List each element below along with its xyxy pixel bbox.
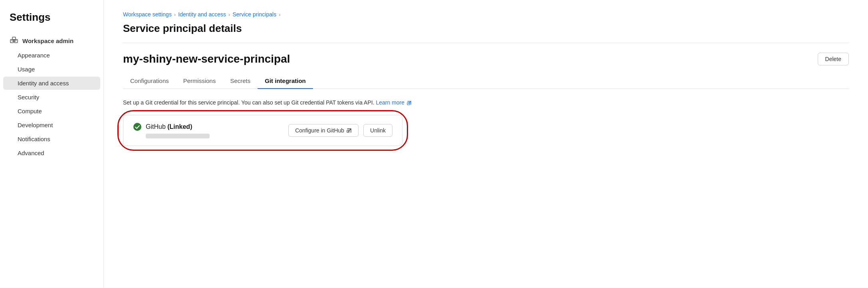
tab-permissions[interactable]: Permissions: [176, 73, 223, 89]
breadcrumb-sep-3: ›: [279, 12, 280, 18]
sidebar-title: Settings: [0, 11, 103, 33]
sp-name-row: my-shiny-new-service-principal Delete: [123, 53, 849, 65]
breadcrumb-sep-1: ›: [174, 12, 176, 18]
git-card-subtitle: [146, 134, 210, 138]
breadcrumb: Workspace settings › Identity and access…: [123, 11, 849, 18]
learn-more-link[interactable]: Learn more: [376, 99, 411, 106]
git-card-left: GitHub (Linked): [133, 122, 210, 138]
git-provider-label: GitHub (Linked): [146, 123, 192, 130]
breadcrumb-workspace-settings[interactable]: Workspace settings: [123, 11, 172, 18]
page-title: Service principal details: [123, 22, 849, 43]
sidebar-item-security[interactable]: Security: [3, 91, 100, 104]
git-card-title: GitHub (Linked): [133, 122, 210, 131]
svg-point-9: [133, 123, 141, 131]
tab-secrets[interactable]: Secrets: [223, 73, 258, 89]
svg-rect-2: [12, 37, 16, 39]
linked-check-icon: [133, 122, 142, 131]
org-icon: [10, 36, 18, 45]
description-text: Set up a Git credential for this service…: [123, 99, 849, 107]
sidebar: Settings Workspace admin Appearance Usag…: [0, 0, 104, 288]
delete-button[interactable]: Delete: [818, 53, 849, 65]
tab-bar: Configurations Permissions Secrets Git i…: [123, 73, 849, 89]
unlink-button[interactable]: Unlink: [363, 124, 392, 137]
main-content: Workspace settings › Identity and access…: [104, 0, 868, 288]
sidebar-item-development[interactable]: Development: [3, 118, 100, 132]
sidebar-item-advanced[interactable]: Advanced: [3, 146, 100, 160]
sidebar-item-identity[interactable]: Identity and access: [3, 77, 100, 90]
sidebar-item-notifications[interactable]: Notifications: [3, 132, 100, 146]
sidebar-item-compute[interactable]: Compute: [3, 105, 100, 118]
git-card-actions: Configure in GitHub Unlink: [288, 124, 392, 137]
sidebar-workspace-admin[interactable]: Workspace admin: [0, 33, 103, 48]
git-card: GitHub (Linked) Configure in GitHub Unli…: [123, 115, 402, 146]
sidebar-item-appearance[interactable]: Appearance: [3, 49, 100, 62]
configure-in-github-button[interactable]: Configure in GitHub: [288, 124, 359, 137]
tab-git-integration[interactable]: Git integration: [258, 73, 313, 89]
configure-external-link-icon: [347, 128, 352, 133]
tab-configurations[interactable]: Configurations: [123, 73, 176, 89]
breadcrumb-sep-2: ›: [228, 12, 230, 18]
breadcrumb-service-principals[interactable]: Service principals: [232, 11, 276, 18]
breadcrumb-identity[interactable]: Identity and access: [178, 11, 226, 18]
sidebar-item-usage[interactable]: Usage: [3, 63, 100, 76]
workspace-admin-label: Workspace admin: [22, 37, 73, 44]
git-card-wrapper: GitHub (Linked) Configure in GitHub Unli…: [123, 115, 402, 146]
external-link-icon: [407, 101, 412, 105]
sp-name: my-shiny-new-service-principal: [123, 53, 290, 65]
